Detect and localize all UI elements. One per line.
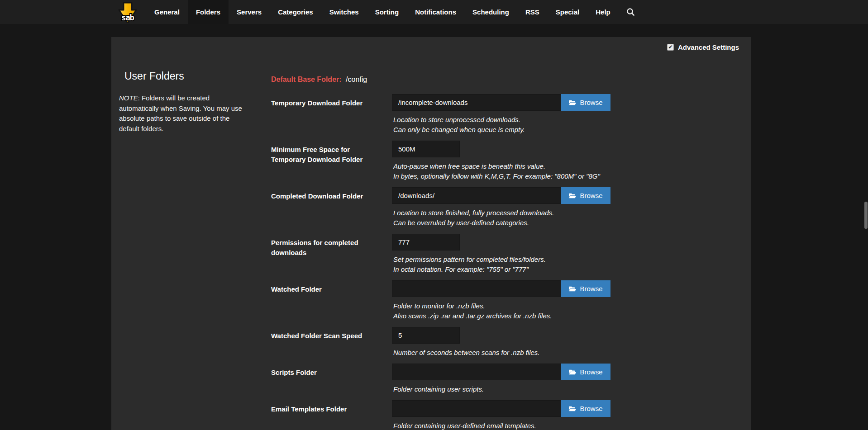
page-title: User Folders xyxy=(124,70,251,82)
field-label: Permissions for completed downloads xyxy=(271,234,392,274)
email-templates-folder-input[interactable] xyxy=(392,400,561,417)
browse-button[interactable]: Browse xyxy=(561,94,610,111)
field-row-temporary-download-folder: Temporary Download Folder Browse Locatio… xyxy=(271,94,733,135)
field-row-watched-folder: Watched Folder Browse Folder to monitor … xyxy=(271,280,733,321)
minimum-free-space-input[interactable] xyxy=(392,141,460,157)
folder-open-icon xyxy=(569,99,576,106)
nav-item-scheduling[interactable]: Scheduling xyxy=(464,0,517,24)
field-label: Watched Folder Scan Speed xyxy=(271,327,392,358)
advanced-settings-toggle: ✔ Advanced Settings xyxy=(667,43,739,51)
help-line: Number of seconds between scans for .nzb… xyxy=(393,348,733,358)
field-row-permissions: Permissions for completed downloads Set … xyxy=(271,234,733,274)
help-line: Folder containing user-defined email tem… xyxy=(393,421,733,430)
help-line: In octal notation. For example: "755" or… xyxy=(393,265,733,274)
field-row-minimum-free-space: Minimum Free Space for Temporary Downloa… xyxy=(271,141,733,181)
scripts-folder-input[interactable] xyxy=(392,364,561,380)
config-panel: ✔ Advanced Settings User Folders NOTE: F… xyxy=(111,37,751,430)
note-word: NOTE xyxy=(119,94,138,102)
nav-item-servers[interactable]: Servers xyxy=(229,0,270,24)
section-note: NOTE: Folders will be created automatica… xyxy=(119,93,245,134)
nav-item-switches[interactable]: Switches xyxy=(321,0,367,24)
search-button[interactable] xyxy=(619,0,643,24)
folder-open-icon xyxy=(569,193,576,199)
field-row-email-templates-folder: Email Templates Folder Browse Folder con… xyxy=(271,400,733,430)
permissions-input[interactable] xyxy=(392,234,460,250)
nav-item-notifications[interactable]: Notifications xyxy=(407,0,464,24)
top-navbar: sab General Folders Servers Categories S… xyxy=(0,0,868,24)
field-row-scripts-folder: Scripts Folder Browse Folder containing … xyxy=(271,364,733,394)
help-line: Auto-pause when free space is beneath th… xyxy=(393,161,733,171)
browse-label: Browse xyxy=(580,285,602,293)
completed-download-folder-input[interactable] xyxy=(392,187,561,204)
field-label: Watched Folder xyxy=(271,280,392,321)
field-label: Minimum Free Space for Temporary Downloa… xyxy=(271,141,392,181)
nav-item-rss[interactable]: RSS xyxy=(517,0,548,24)
browse-button[interactable]: Browse xyxy=(561,400,610,417)
browse-label: Browse xyxy=(580,405,602,412)
help-line: Can only be changed when queue is empty. xyxy=(393,125,733,135)
help-line: Folder to monitor for .nzb files. xyxy=(393,301,733,311)
scan-speed-input[interactable] xyxy=(392,327,460,344)
advanced-settings-checkbox[interactable]: ✔ xyxy=(667,44,674,51)
default-base-folder-value: /config xyxy=(346,76,367,83)
sabnzbd-logo[interactable]: sab xyxy=(117,0,138,24)
svg-text:sab: sab xyxy=(121,13,134,22)
nav-item-help[interactable]: Help xyxy=(587,0,619,24)
default-base-folder-line: Default Base Folder: /config xyxy=(271,76,733,85)
field-label: Temporary Download Folder xyxy=(271,94,392,135)
scrollbar-thumb[interactable] xyxy=(864,202,868,229)
sab-arrow-icon: sab xyxy=(117,1,138,23)
field-row-scan-speed: Watched Folder Scan Speed Number of seco… xyxy=(271,327,733,358)
default-base-folder-label: Default Base Folder: xyxy=(271,76,342,83)
browse-label: Browse xyxy=(580,99,602,106)
note-text: : Folders will be created automatically … xyxy=(119,94,242,132)
nav-item-folders[interactable]: Folders xyxy=(188,0,229,24)
help-line: Location to store finished, fully proces… xyxy=(393,208,733,218)
field-label: Completed Download Folder xyxy=(271,187,392,228)
nav-item-sorting[interactable]: Sorting xyxy=(367,0,407,24)
browse-label: Browse xyxy=(580,192,602,199)
nav-menu: General Folders Servers Categories Switc… xyxy=(146,0,643,24)
folder-open-icon xyxy=(569,369,576,375)
browse-label: Browse xyxy=(580,368,602,376)
folder-open-icon xyxy=(569,406,576,412)
field-label: Scripts Folder xyxy=(271,364,392,394)
help-line: In bytes, optionally follow with K,M,G,T… xyxy=(393,171,733,181)
browse-button[interactable]: Browse xyxy=(561,187,610,204)
folders-form: Default Base Folder: /config Temporary D… xyxy=(271,76,733,430)
search-icon xyxy=(626,8,635,16)
browse-button[interactable]: Browse xyxy=(561,280,610,297)
nav-item-general[interactable]: General xyxy=(146,0,188,24)
field-label: Email Templates Folder xyxy=(271,400,392,430)
watched-folder-input[interactable] xyxy=(392,280,561,297)
section-intro: User Folders NOTE: Folders will be creat… xyxy=(119,70,251,134)
nav-item-special[interactable]: Special xyxy=(548,0,588,24)
temporary-download-folder-input[interactable] xyxy=(392,94,561,111)
advanced-settings-label: Advanced Settings xyxy=(678,43,739,51)
help-line: Also scans .zip .rar and .tar.gz archive… xyxy=(393,311,733,321)
help-line: Folder containing user scripts. xyxy=(393,384,733,394)
help-line: Location to store unprocessed downloads. xyxy=(393,115,733,125)
browse-button[interactable]: Browse xyxy=(561,364,610,380)
help-line: Set permissions pattern for completed fi… xyxy=(393,255,733,265)
nav-item-categories[interactable]: Categories xyxy=(270,0,321,24)
help-line: Can be overruled by user-defined categor… xyxy=(393,218,733,228)
field-row-completed-download-folder: Completed Download Folder Browse Locatio… xyxy=(271,187,733,228)
folder-open-icon xyxy=(569,286,576,292)
